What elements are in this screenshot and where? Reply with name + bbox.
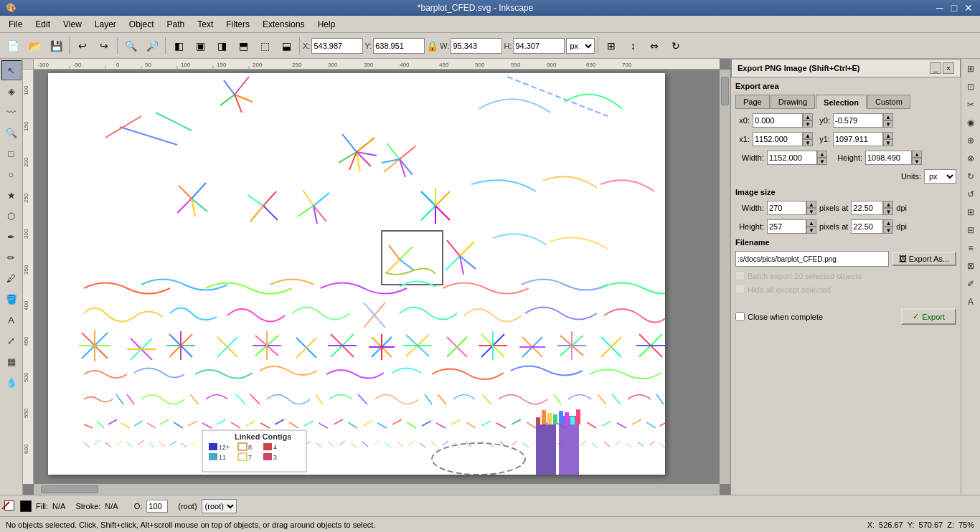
export-button[interactable]: ✓ Export — [901, 308, 956, 325]
horizontal-scrollbar[interactable] — [34, 484, 720, 495]
tab-selection[interactable]: Selection — [816, 95, 867, 109]
align-right-button[interactable]: ◨ — [212, 36, 232, 56]
menu-text[interactable]: Text — [192, 18, 219, 31]
align-top-button[interactable]: ⬒ — [233, 36, 253, 56]
menu-extensions[interactable]: Extensions — [257, 18, 311, 31]
connector-tool[interactable]: ⤢ — [1, 331, 22, 351]
calligraphy-tool[interactable]: 🖊 — [1, 268, 22, 288]
opacity-input[interactable] — [146, 500, 168, 513]
dropper-tool[interactable]: 💧 — [1, 372, 22, 392]
text-tool[interactable]: A — [1, 310, 22, 330]
bucket-tool[interactable]: 🪣 — [1, 289, 22, 309]
x-input[interactable] — [311, 38, 363, 54]
mirror-h-button[interactable]: ⇔ — [644, 36, 664, 56]
open-button[interactable]: 📂 — [24, 36, 44, 56]
export-as-button[interactable]: 🖼 Export As... — [892, 252, 956, 266]
menu-help[interactable]: Help — [312, 18, 341, 31]
tab-custom[interactable]: Custom — [867, 95, 910, 109]
star-tool[interactable]: ★ — [1, 185, 22, 205]
area-height-input[interactable] — [865, 151, 912, 165]
undo-button[interactable]: ↩ — [72, 36, 93, 56]
zoom-tool[interactable]: 🔍 — [1, 123, 22, 143]
dpi1-down-button[interactable]: ▼ — [883, 208, 893, 215]
close-button[interactable]: ✕ — [963, 2, 974, 14]
dpi-1-input[interactable] — [851, 201, 883, 215]
close-complete-checkbox[interactable] — [735, 312, 745, 321]
dpi2-down-button[interactable]: ▼ — [883, 227, 893, 234]
menu-view[interactable]: View — [57, 18, 88, 31]
right-icon-11[interactable]: ≡ — [962, 239, 979, 257]
width-up-button[interactable]: ▲ — [817, 151, 827, 158]
y0-up-button[interactable]: ▲ — [883, 113, 893, 120]
align-middle-button[interactable]: ⬚ — [255, 36, 275, 56]
new-button[interactable]: 📄 — [3, 36, 23, 56]
right-icon-5[interactable]: ⊕ — [962, 132, 979, 149]
lock-icon[interactable]: 🔒 — [426, 40, 438, 52]
x1-input[interactable] — [753, 132, 803, 146]
x0-input[interactable] — [753, 113, 803, 128]
panel-minimize-button[interactable]: _ — [930, 62, 941, 74]
x0-up-button[interactable]: ▲ — [803, 113, 813, 120]
x0-down-button[interactable]: ▼ — [803, 120, 813, 128]
y1-up-button[interactable]: ▲ — [883, 132, 893, 139]
align-bottom-button[interactable]: ⬓ — [276, 36, 296, 56]
gradient-tool[interactable]: ▦ — [1, 351, 22, 371]
img-width-up-button[interactable]: ▲ — [806, 201, 816, 208]
img-height-up-button[interactable]: ▲ — [806, 219, 816, 227]
tab-page[interactable]: Page — [735, 95, 770, 109]
x1-up-button[interactable]: ▲ — [803, 132, 813, 139]
right-icon-13[interactable]: ✐ — [962, 275, 979, 293]
width-down-button[interactable]: ▼ — [817, 158, 827, 165]
menu-filters[interactable]: Filters — [220, 18, 255, 31]
y-input[interactable] — [373, 38, 425, 54]
rotate-button[interactable]: ↻ — [666, 36, 686, 56]
snap-button[interactable]: ⊞ — [601, 36, 621, 56]
right-icon-9[interactable]: ⊞ — [962, 204, 979, 221]
dpi-2-input[interactable] — [851, 219, 883, 234]
canvas-viewport[interactable]: Linked Contigs 12+ 8 4 11 7 3 — [34, 70, 720, 484]
w-input[interactable] — [451, 38, 502, 54]
minimize-button[interactable]: ─ — [934, 2, 946, 14]
filename-input[interactable] — [735, 251, 889, 267]
y0-input[interactable] — [833, 113, 883, 128]
height-down-button[interactable]: ▼ — [912, 158, 922, 165]
tab-drawing[interactable]: Drawing — [771, 95, 815, 109]
dpi2-up-button[interactable]: ▲ — [883, 219, 893, 227]
tweak-tool[interactable]: 〰 — [1, 102, 22, 122]
y1-input[interactable] — [833, 132, 883, 146]
area-units-select[interactable]: pxmmcmin — [924, 169, 956, 184]
y0-down-button[interactable]: ▼ — [883, 120, 893, 128]
right-icon-8[interactable]: ↺ — [962, 186, 979, 203]
align-center-button[interactable]: ▣ — [190, 36, 210, 56]
right-icon-12[interactable]: ⊠ — [962, 257, 979, 275]
img-height-input[interactable] — [767, 219, 806, 234]
right-icon-10[interactable]: ⊟ — [962, 222, 979, 239]
units-select[interactable]: pxmmcmin — [566, 38, 595, 54]
canvas-area[interactable]: -100 -50 0 50 100 150 200 250 300 350 40… — [23, 59, 730, 495]
node-tool[interactable]: ◈ — [1, 81, 22, 101]
vertical-scroll-thumb[interactable] — [721, 77, 729, 105]
menu-object[interactable]: Object — [123, 18, 160, 31]
pencil-tool[interactable]: ✏ — [1, 247, 22, 267]
y1-down-button[interactable]: ▼ — [883, 139, 893, 146]
zoom-out-button[interactable]: 🔎 — [142, 36, 162, 56]
align-left-button[interactable]: ◧ — [169, 36, 189, 56]
circle-tool[interactable]: ○ — [1, 164, 22, 184]
no-paint-icon[interactable] — [4, 500, 16, 512]
save-button[interactable]: 💾 — [46, 36, 66, 56]
menu-layer[interactable]: Layer — [89, 18, 122, 31]
height-up-button[interactable]: ▲ — [912, 151, 922, 158]
transform-button[interactable]: ↕ — [623, 36, 643, 56]
right-icon-1[interactable]: ⊞ — [962, 60, 979, 77]
right-icon-2[interactable]: ⊡ — [962, 78, 979, 95]
vertical-scrollbar[interactable] — [720, 70, 730, 484]
horizontal-scroll-thumb[interactable] — [41, 485, 98, 493]
right-icon-4[interactable]: ◉ — [962, 114, 979, 131]
fill-swatch[interactable] — [20, 500, 32, 512]
img-width-input[interactable] — [767, 201, 806, 215]
menu-file[interactable]: File — [3, 18, 28, 31]
right-icon-6[interactable]: ⊗ — [962, 150, 979, 167]
x1-down-button[interactable]: ▼ — [803, 139, 813, 146]
dpi1-up-button[interactable]: ▲ — [883, 201, 893, 208]
area-width-input[interactable] — [767, 151, 817, 165]
